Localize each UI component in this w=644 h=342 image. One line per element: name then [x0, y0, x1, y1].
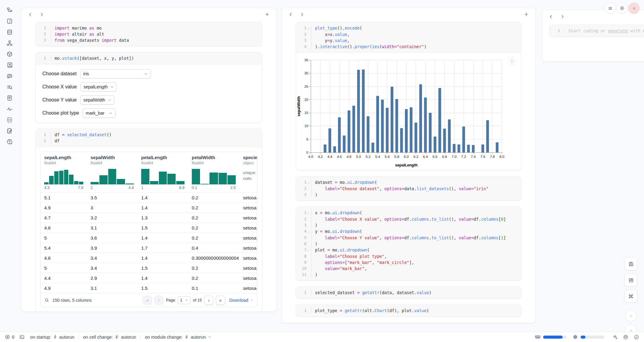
add-cell-button[interactable] [264, 12, 270, 17]
chevron-right-icon [299, 12, 305, 17]
fold-caret-icon[interactable]: ⌄ [306, 210, 311, 216]
fold-spacer [306, 265, 311, 272]
settings-button[interactable] [617, 3, 628, 14]
column-header-petalLength[interactable]: petalLengthfloat6416.9 [138, 155, 188, 192]
save-icon [628, 261, 634, 267]
first-page-button[interactable]: « [143, 296, 152, 305]
code-editor[interactable]: 1selected_dataset = getattr(data, datase… [296, 287, 521, 298]
keyboard-shortcuts-button[interactable] [624, 290, 637, 303]
svg-text:6.8: 6.8 [442, 155, 447, 159]
dataset-dropdown[interactable]: iris [80, 69, 151, 78]
prev-page-button[interactable]: ‹ [154, 296, 163, 305]
download-button[interactable]: Download [229, 298, 253, 303]
runtime-config-1[interactable]: on startup:autorun [30, 335, 74, 340]
plus-icon [524, 12, 529, 17]
page-label: Page [166, 298, 175, 302]
x-value-dropdown-label: Choose X value [42, 84, 77, 90]
sidebar-ai-chat-button[interactable] [6, 72, 13, 80]
sidebar-logs-button[interactable] [6, 83, 13, 91]
line-number: 4 [299, 44, 306, 50]
sidebar-snippets-button[interactable] [6, 94, 13, 102]
sidebar-outputs-button[interactable] [6, 116, 13, 123]
expand-right-button[interactable] [560, 14, 565, 19]
save-button[interactable] [624, 258, 637, 270]
code-editor[interactable]: 1⌄dataset = mo.ui.dropdown(2 label="Choo… [296, 176, 521, 201]
menu-button[interactable] [605, 3, 616, 14]
table-row[interactable]: 5.13.51.40.2setosa [41, 192, 257, 202]
line-number: 3 [299, 192, 306, 198]
dataframe-table: sepalLengthfloat644.37.9sepalWidthfloat6… [40, 151, 257, 307]
cell-output: sepalLengthfloat644.37.9sepalWidthfloat6… [36, 147, 262, 312]
svg-text:6.4: 6.4 [423, 155, 428, 159]
generate-with-ai-link[interactable]: generate [608, 28, 628, 33]
bar-chart[interactable]: 4.04.24.44.64.85.05.25.45.65.86.06.26.46… [296, 53, 521, 170]
x-value-dropdown[interactable]: sepalLength [80, 82, 116, 91]
column-header-sepalLength[interactable]: sepalLengthfloat644.37.9 [41, 155, 87, 192]
sidebar-datasources-button[interactable] [6, 28, 13, 36]
runtime-config-2[interactable]: on cell change:autorun [83, 335, 136, 340]
code-editor[interactable]: 1plot_type = getattr(alt.Chart(df), plot… [296, 305, 521, 316]
terminal-button[interactable] [19, 334, 25, 340]
fold-caret-icon[interactable]: ⌄ [306, 25, 311, 31]
file-explorer-icon [6, 7, 13, 13]
runtime-config-3[interactable]: on module change:autorun [145, 335, 212, 340]
layout-button[interactable] [624, 274, 637, 287]
table-row[interactable]: 53.61.40.2setosa [41, 233, 257, 243]
table-row[interactable]: 5.43.91.70.4setosa [41, 243, 257, 253]
logs-icon [6, 84, 13, 90]
sidebar-scratchpad-button[interactable] [6, 127, 13, 134]
search-icon[interactable] [44, 297, 49, 303]
table-row[interactable]: 4.73.21.30.2setosa [41, 212, 257, 223]
code-editor[interactable]: 1mo.vstack([dataset, x, y, plot]) [36, 52, 262, 64]
table-row[interactable]: 53.41.50.2setosa [41, 263, 257, 273]
add-cell-button[interactable] [524, 12, 529, 17]
floating-actions [624, 258, 637, 337]
notebook-cell: 1mo.vstack([dataset, x, y, plot])Choose … [35, 52, 262, 123]
collapse-left-button[interactable] [288, 12, 293, 17]
fold-caret-icon[interactable]: ⌄ [306, 247, 311, 253]
table-row[interactable]: 4.63.41.40.30000000000000004setosa [41, 253, 257, 263]
code-editor[interactable]: 1import marimo as mo2import altair as al… [36, 22, 262, 46]
svg-text:25: 25 [304, 85, 308, 88]
fold-caret-icon[interactable]: ⌄ [306, 228, 311, 235]
chart-drag-handle[interactable] [508, 56, 517, 66]
fold-caret-icon[interactable]: ⌄ [306, 179, 311, 186]
sidebar-tracing-button[interactable] [6, 105, 13, 112]
expand-right-button[interactable] [299, 12, 305, 17]
sidebar-help-button[interactable] [6, 138, 13, 145]
code-editor[interactable]: 1df = selected_dataset()2df [36, 129, 262, 147]
ai-sparkles-button[interactable] [612, 334, 618, 340]
sidebar-file-explorer-button[interactable] [6, 6, 13, 14]
collapse-left-button[interactable] [549, 14, 554, 19]
status-bar: 0 on startup:autorunon cell change:autor… [0, 332, 644, 342]
plot-type-dropdown[interactable]: mark_bar [83, 109, 116, 118]
copilot-button[interactable] [623, 334, 628, 340]
y-value-dropdown[interactable]: sepalWidth [80, 95, 114, 105]
code-editor[interactable]: 1⌄x = mo.ui.dropdown(2 label="Choose X v… [296, 207, 521, 280]
column-header-petalWidth[interactable]: petalWidthfloat640.12.5 [188, 155, 239, 192]
sidebar-functions-button[interactable]: f [6, 17, 13, 25]
column-header-species[interactable]: speciesobjectunique:nulls: [239, 155, 257, 192]
table-row[interactable]: 4.63.11.50.2setosa [41, 223, 257, 233]
table-row[interactable]: 4.93.11.50.1setosa [41, 283, 257, 293]
sidebar-documentation-button[interactable] [6, 61, 13, 69]
last-page-button[interactable]: » [216, 296, 225, 305]
expand-right-button[interactable] [39, 12, 44, 17]
collapse-left-button[interactable] [28, 12, 33, 17]
table-row[interactable]: 4.931.40.2setosa [41, 202, 257, 212]
shutdown-button[interactable] [628, 3, 639, 14]
code-editor[interactable]: 1⌄plot_type().encode(2 x=x.value,3 y=y.v… [296, 22, 521, 52]
line-number: 7 [299, 247, 306, 253]
connection-status-button[interactable] [634, 334, 639, 340]
bolt-icon [53, 335, 58, 339]
next-page-button[interactable]: › [204, 296, 213, 305]
line-number: 5 [299, 235, 306, 241]
errors-button[interactable]: 0 [5, 334, 14, 340]
stop-button[interactable] [625, 310, 637, 322]
sidebar-dependency-graph-button[interactable] [6, 39, 13, 47]
page-dropdown[interactable]: 1 [178, 296, 191, 304]
column-header-sepalWidth[interactable]: sepalWidthfloat6424.4 [87, 155, 138, 192]
table-row[interactable]: 4.42.91.40.2setosa [41, 273, 257, 283]
sidebar-packages-button[interactable] [6, 50, 13, 58]
code-editor[interactable]: 1 Start coding or generate with AI [549, 25, 644, 37]
